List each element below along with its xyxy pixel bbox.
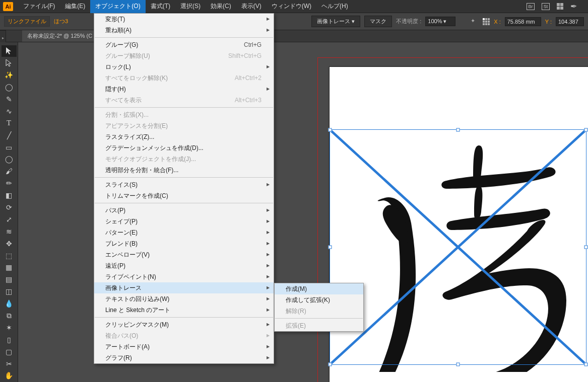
control-bar: リンクファイル ほつ3 画像トレース ▾ マスク 不透明度 : 100% ▾ ✦… (0, 13, 588, 30)
arrange-docs-icon[interactable] (557, 3, 563, 10)
object-menu-item[interactable]: グラデーションメッシュを作成(D)... (94, 142, 274, 154)
object-menu-item[interactable]: 重ね順(A) (94, 25, 274, 36)
object-menu-item[interactable]: 変形(T) (94, 14, 274, 25)
object-menu-item[interactable]: 隠す(H) (94, 84, 274, 95)
trace-submenu-item: 拡張(E) (275, 320, 363, 331)
tool-eraser[interactable]: ◧ (2, 190, 17, 201)
object-menu-item: アピアランスを分割(E) (94, 120, 274, 131)
menu-edit[interactable]: 編集(E) (60, 0, 90, 13)
menubar: Ai ファイル(F) 編集(E) オブジェクト(O) 書式(T) 選択(S) 効… (0, 0, 588, 13)
object-menu-item: すべてをロック解除(K)Alt+Ctrl+2 (94, 72, 274, 84)
object-menu-item[interactable]: クリッピングマスク(M) (94, 319, 274, 330)
menu-file[interactable]: ファイル(F) (18, 0, 60, 13)
opacity-input[interactable]: 100% ▾ (425, 17, 455, 26)
tool-mesh[interactable]: ▤ (2, 274, 17, 285)
object-menu-item[interactable]: 遠近(P) (94, 260, 274, 271)
tool-width[interactable]: ≋ (2, 225, 17, 237)
tool-direct-selection[interactable] (2, 57, 17, 69)
link-file-chip[interactable]: リンクファイル (4, 16, 50, 27)
object-menu-item[interactable]: スライス(S) (94, 179, 274, 190)
menu-type[interactable]: 書式(T) (146, 0, 175, 13)
tool-pen[interactable]: ✎ (2, 94, 17, 105)
tool-rotate[interactable]: ⟳ (2, 202, 17, 213)
tool-gradient[interactable]: ◫ (2, 286, 17, 297)
object-menu-item: すべてを表示Alt+Ctrl+3 (94, 95, 274, 106)
tool-line[interactable]: ╱ (2, 129, 17, 141)
tool-eyedropper[interactable]: 💧 (2, 298, 17, 310)
tool-rectangle[interactable]: ▭ (2, 141, 17, 153)
tool-slice[interactable]: ✂ (2, 358, 17, 369)
y-label: Y : (545, 19, 552, 25)
tool-free-transform[interactable]: ✥ (2, 238, 17, 249)
app-logo-icon: Ai (3, 2, 13, 11)
object-menu-item: モザイクオブジェクトを作成(J)... (94, 154, 274, 165)
toolbar: ✨ ◯ ✎ ∿ T ╱ ▭ ◯ 🖌 ✏ ◧ ⟳ ⤢ ≋ ✥ ⬚ ▦ ▤ ◫ 💧 … (0, 42, 18, 382)
tool-hand[interactable]: ✋ (2, 370, 17, 381)
tool-paintbrush[interactable]: 🖌 (2, 166, 17, 177)
tool-blend[interactable]: ⧉ (2, 310, 17, 322)
transform-panel-icon[interactable]: ✦ (471, 18, 479, 26)
x-label: X : (494, 19, 500, 25)
document-tabs: 名称未設定-2* @ 125% (C (0, 30, 588, 42)
object-menu-item[interactable]: ラスタライズ(Z)... (94, 131, 274, 142)
object-menu-item[interactable]: テキストの回り込み(W) (94, 293, 274, 304)
tool-perspective[interactable]: ▦ (2, 262, 17, 273)
menu-select[interactable]: 選択(S) (175, 0, 206, 13)
opacity-label: 不透明度 : (396, 18, 421, 25)
tool-ellipse[interactable]: ◯ (2, 154, 17, 165)
object-menu-item: 分割・拡張(X)... (94, 109, 274, 120)
stock-icon[interactable]: St (542, 3, 550, 10)
object-menu-item[interactable]: Line と Sketch のアート (94, 304, 274, 316)
menu-object[interactable]: オブジェクト(O) (90, 0, 145, 13)
object-menu-item[interactable]: トリムマークを作成(C) (94, 190, 274, 201)
tool-selection[interactable] (2, 45, 17, 57)
mask-button[interactable]: マスク (364, 16, 392, 27)
align-ref-icon[interactable] (483, 18, 490, 25)
tool-lasso[interactable]: ◯ (2, 82, 17, 93)
gpu-icon[interactable]: ✒ (570, 2, 577, 11)
image-trace-button[interactable]: 画像トレース ▾ (311, 16, 360, 27)
y-input[interactable] (556, 17, 584, 26)
document-tab[interactable]: 名称未設定-2* @ 125% (C (22, 30, 98, 42)
tool-scale[interactable]: ⤢ (2, 213, 17, 225)
object-menu-item[interactable]: シェイプ(P) (94, 216, 274, 227)
object-menu-item[interactable]: グラフ(R) (94, 352, 274, 363)
object-menu-dropdown: 変形(T)重ね順(A)グループ(G)Ctrl+Gグループ解除(U)Shift+C… (94, 13, 274, 364)
object-menu-item[interactable]: アートボード(A) (94, 341, 274, 352)
x-input[interactable] (505, 17, 541, 26)
object-menu-item[interactable]: ロック(L) (94, 61, 274, 72)
object-menu-item[interactable]: 透明部分を分割・統合(F)... (94, 165, 274, 176)
menu-view[interactable]: 表示(V) (236, 0, 267, 13)
object-menu-item[interactable]: エンベロープ(V) (94, 249, 274, 260)
object-menu-item[interactable]: パターン(E) (94, 227, 274, 238)
bridge-icon[interactable]: Br (527, 3, 535, 10)
menu-window[interactable]: ウィンドウ(W) (267, 0, 316, 13)
tool-symbol-sprayer[interactable]: ✶ (2, 322, 17, 333)
tool-column-graph[interactable]: ▯ (2, 334, 17, 345)
object-menu-item[interactable]: ライブペイント(N) (94, 271, 274, 282)
object-menu-item[interactable]: 画像トレース (94, 282, 274, 293)
object-menu-item[interactable]: パス(P) (94, 205, 274, 216)
object-menu-item[interactable]: グループ(G)Ctrl+G (94, 39, 274, 50)
tool-type[interactable]: T (2, 117, 17, 129)
selection-bounds[interactable] (330, 129, 586, 365)
object-menu-item: グループ解除(U)Shift+Ctrl+G (94, 50, 274, 61)
link-ext-label: ほつ3 (54, 18, 68, 25)
trace-submenu-item[interactable]: 作成(M) (275, 283, 363, 294)
menu-help[interactable]: ヘルプ(H) (316, 0, 353, 13)
trace-submenu-item: 解除(R) (275, 305, 363, 317)
object-menu-item: 複合パス(O) (94, 330, 274, 341)
trace-submenu-item[interactable]: 作成して拡張(K) (275, 294, 363, 305)
object-menu-item[interactable]: ブレンド(B) (94, 238, 274, 249)
tool-artboard[interactable]: ▢ (2, 346, 17, 357)
tool-curvature[interactable]: ∿ (2, 105, 17, 117)
menu-effect[interactable]: 効果(C) (206, 0, 236, 13)
tool-shape-builder[interactable]: ⬚ (2, 250, 17, 261)
image-trace-submenu: 作成(M)作成して拡張(K)解除(R)拡張(E) (274, 283, 364, 332)
tool-pencil[interactable]: ✏ (2, 178, 17, 189)
tool-magic-wand[interactable]: ✨ (2, 69, 17, 81)
